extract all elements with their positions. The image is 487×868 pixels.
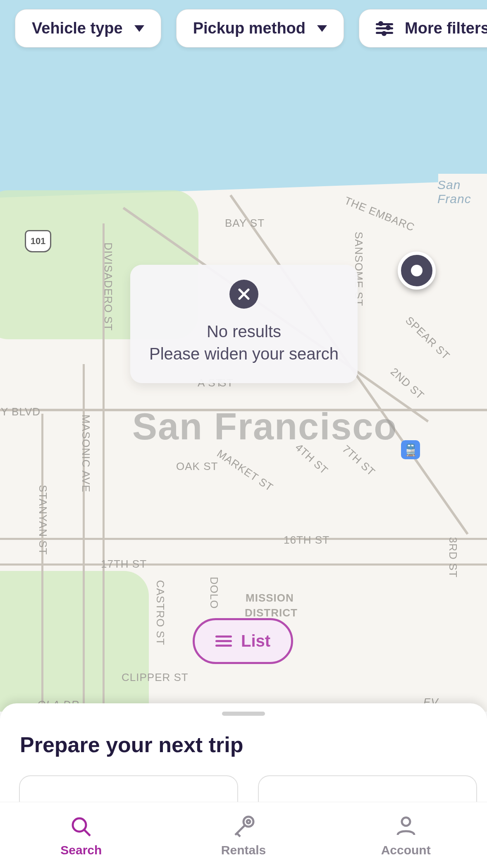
no-results-card: No results Please widen your search <box>130 265 358 383</box>
svg-line-3 <box>84 830 90 836</box>
nav-rentals[interactable]: Rentals <box>162 802 325 868</box>
transit-station-icon: 🚆 <box>401 440 420 459</box>
street-label: CASTRO ST <box>154 580 167 645</box>
svg-point-7 <box>247 820 250 823</box>
bottom-nav: Search Rentals Account <box>0 802 487 868</box>
street-label: BAY ST <box>225 217 265 230</box>
account-icon <box>394 813 418 840</box>
sheet-grab-handle[interactable] <box>222 712 265 716</box>
vehicle-type-filter[interactable]: Vehicle type <box>15 9 161 48</box>
street-label: MASONIC AVE <box>79 415 92 492</box>
nav-account[interactable]: Account <box>325 802 487 868</box>
nav-label: Account <box>381 843 431 857</box>
svg-point-2 <box>73 818 86 832</box>
key-icon <box>230 813 257 840</box>
more-filters-button[interactable]: More filters <box>359 9 487 48</box>
no-results-title: No results <box>143 320 345 343</box>
list-view-button[interactable]: List <box>193 618 293 664</box>
highway-shield-icon: 101 <box>25 230 51 252</box>
sheet-heading: Prepare your next trip <box>20 732 487 757</box>
list-button-label: List <box>241 632 270 650</box>
street-label: Y BLVD <box>1 405 41 418</box>
map-canvas[interactable]: San Francisco BAY ST DIVISADERO ST Y BLV… <box>0 0 487 712</box>
nav-label: Rentals <box>221 843 266 857</box>
nav-label: Search <box>60 843 102 857</box>
nav-search[interactable]: Search <box>0 802 162 868</box>
chevron-down-icon <box>317 25 327 32</box>
search-icon <box>69 813 93 840</box>
ocean-label: San Franc <box>437 178 487 206</box>
sliders-icon <box>376 22 393 36</box>
street-label: DIVISADERO ST <box>102 242 115 331</box>
district-label: MISSION <box>246 592 294 604</box>
location-marker[interactable] <box>398 252 436 290</box>
street-label: CLIPPER ST <box>122 671 189 684</box>
filter-label: More filters <box>405 19 487 37</box>
street-label: STANYAN ST <box>36 485 49 555</box>
street-label: OAK ST <box>176 460 218 473</box>
filter-label: Pickup method <box>193 19 306 37</box>
street-label: DOLO <box>208 577 220 609</box>
chevron-down-icon <box>134 25 144 32</box>
svg-point-8 <box>402 818 410 826</box>
no-results-icon <box>229 280 258 309</box>
city-label: San Francisco <box>132 405 397 448</box>
filter-label: Vehicle type <box>32 19 123 37</box>
street-label: 3RD ST <box>446 537 459 578</box>
svg-line-5 <box>235 825 245 835</box>
street-label: 16TH ST <box>284 534 329 547</box>
street-label: 17TH ST <box>101 558 147 571</box>
pickup-method-filter[interactable]: Pickup method <box>176 9 344 48</box>
svg-line-6 <box>237 833 240 837</box>
district-label: DISTRICT <box>245 607 298 619</box>
no-results-subtitle: Please widen your search <box>143 343 345 365</box>
filter-bar: Vehicle type Pickup method More filters <box>15 9 487 48</box>
list-icon <box>215 633 232 649</box>
